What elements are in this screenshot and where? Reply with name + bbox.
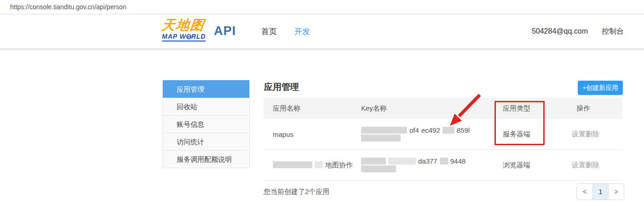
key-name-cell: da3779448 <box>361 157 503 173</box>
console-link[interactable]: 控制台 <box>602 27 624 36</box>
text-fragment: 859l <box>457 126 470 134</box>
app-name-cell: mapus <box>264 130 361 138</box>
actions-cell: 设置删除 <box>572 161 622 170</box>
url-text[interactable]: https://console.tianditu.gov.cn/api/pers… <box>10 0 126 14</box>
sidebar-item-1[interactable]: 回收站 <box>163 98 249 115</box>
column-header: 操作 <box>572 104 622 113</box>
delete-link[interactable]: 删除 <box>586 130 599 138</box>
actions-cell: 设置删除 <box>572 130 622 139</box>
redacted-blur <box>361 165 396 172</box>
page-title: 应用管理 <box>264 81 299 93</box>
text-fragment: da377 <box>418 157 437 165</box>
redacted-blur <box>273 161 312 168</box>
tianditu-logo[interactable]: 天地图 MAP WRLD <box>162 18 213 45</box>
pagination: < 1 > <box>576 183 624 200</box>
app-name-cell: 地图协作 <box>264 161 361 170</box>
text-fragment: 地图协作 <box>325 161 353 169</box>
top-nav: 首页开发 <box>261 15 310 48</box>
settings-link[interactable]: 设置 <box>572 130 586 138</box>
redacted-blur <box>361 127 407 134</box>
sidebar-item-4[interactable]: 服务调用配额说明 <box>163 150 249 168</box>
account-email[interactable]: 504284@qq.com <box>532 27 588 35</box>
redacted-blur <box>388 158 416 165</box>
sidebar-item-3[interactable]: 访问统计 <box>163 133 249 150</box>
redacted-blur <box>361 135 401 141</box>
table-header-row: 应用名称Key名称应用类型操作 <box>264 98 622 119</box>
api-label: API <box>214 24 236 38</box>
column-header: Key名称 <box>361 104 503 113</box>
pagination-prev-button[interactable]: < <box>577 184 592 200</box>
text-fragment: of4 <box>409 126 419 134</box>
column-header: 应用名称 <box>264 104 361 113</box>
account-area: 504284@qq.com 控制台 <box>532 15 624 48</box>
pagination-page-1[interactable]: 1 <box>592 184 608 200</box>
text-fragment: 9448 <box>450 157 466 165</box>
pagination-next-button[interactable]: > <box>608 184 624 200</box>
sidebar-item-2[interactable]: 账号信息 <box>163 115 249 133</box>
nav-item-dev[interactable]: 开发 <box>294 26 310 37</box>
page: https://console.tianditu.gov.cn/api/pers… <box>0 0 644 206</box>
app-type-cell: 服务器端 <box>503 130 572 139</box>
logo-english-text: MAP WRLD <box>162 33 206 41</box>
delete-link[interactable]: 删除 <box>586 161 599 169</box>
table-row-1: 地图协作da3779448浏览器端设置删除 <box>264 150 622 181</box>
logo-en-left: MAP W <box>162 33 186 40</box>
sidebar-item-0[interactable]: 应用管理 <box>163 80 249 98</box>
text-fragment: mapus <box>273 130 293 138</box>
site-header: 天地图 MAP WRLD API 首页开发 504284@qq.com 控制台 <box>0 15 644 48</box>
redacted-blur <box>443 127 454 134</box>
app-type-cell: 浏览器端 <box>503 161 572 170</box>
logo-en-right: RLD <box>191 33 206 40</box>
key-name-cell: of4ec492859l <box>361 126 503 142</box>
redacted-blur <box>440 158 448 165</box>
nav-item-home[interactable]: 首页 <box>261 26 277 37</box>
logo-chinese-text: 天地图 <box>161 18 213 32</box>
sidebar-menu: 应用管理回收站账号信息访问统计服务调用配额说明 <box>162 80 250 168</box>
browser-url-bar[interactable]: https://console.tianditu.gov.cn/api/pers… <box>0 0 644 14</box>
column-header: 应用类型 <box>503 104 572 113</box>
apps-table: 应用名称Key名称应用类型操作 mapusof4ec492859l服务器端设置删… <box>264 98 622 181</box>
create-app-button[interactable]: +创建新应用 <box>578 81 623 95</box>
app-count-note: 您当前创建了2个应用 <box>264 188 329 196</box>
settings-link[interactable]: 设置 <box>572 161 586 169</box>
table-row-0: mapusof4ec492859l服务器端设置删除 <box>264 119 622 150</box>
text-fragment: ec492 <box>421 126 440 134</box>
redacted-blur <box>361 158 386 165</box>
globe-icon <box>186 34 191 39</box>
header-divider <box>0 48 644 50</box>
redacted-blur <box>315 161 323 168</box>
